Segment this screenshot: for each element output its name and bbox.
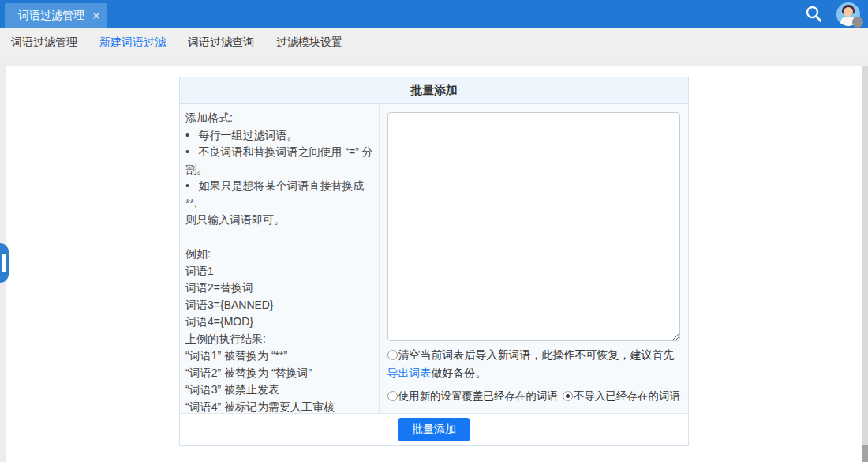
skip-existing-radio[interactable] <box>563 391 573 401</box>
scrollbar-thumb[interactable] <box>862 445 868 462</box>
clear-import-option-row: 清空当前词表后导入新词语，此操作不可恢复，建议首先导出词表做好备份。 <box>387 346 681 382</box>
panel-title: 批量添加 <box>180 77 688 104</box>
skip-existing-label: 不导入已经存在的词语 <box>574 390 680 402</box>
nav-item-new-word-filter[interactable]: 新建词语过滤 <box>99 36 166 50</box>
overwrite-existing-radio[interactable] <box>387 391 398 401</box>
overwrite-existing-label: 使用新的设置覆盖已经存在的词语 <box>398 390 559 402</box>
nav-item-word-filter-query[interactable]: 词语过滤查询 <box>188 36 254 50</box>
export-wordlist-link[interactable]: 导出词表 <box>387 366 432 379</box>
clear-import-label-after: 做好备份。 <box>432 366 487 379</box>
sidebar-drawer-handle[interactable] <box>0 243 9 283</box>
tab-label: 词语过滤管理 <box>18 9 88 23</box>
panel-footer: 批量添加 <box>180 413 688 445</box>
batch-add-form: 清空当前词表后导入新词语，此操作不可恢复，建议首先导出词表做好备份。 使用新的设… <box>379 104 689 413</box>
clear-import-label-before: 清空当前词表后导入新词语，此操作不可恢复，建议首先 <box>398 348 675 361</box>
avatar-status-badge <box>852 17 863 28</box>
search-icon[interactable] <box>803 4 824 24</box>
panel-body: 添加格式: • 每行一组过滤词语。 • 不良词语和替换词语之间使用 “=” 分割… <box>180 104 688 413</box>
nav-item-word-filter-management[interactable]: 词语过滤管理 <box>11 36 77 50</box>
topbar-actions <box>803 0 860 28</box>
batch-words-textarea[interactable] <box>387 112 681 341</box>
duplicate-handling-option-row: 使用新的设置覆盖已经存在的词语不导入已经存在的词语 <box>387 387 681 405</box>
top-bar: 词语过滤管理 × <box>0 0 868 28</box>
nav-item-filter-module-settings[interactable]: 过滤模块设置 <box>276 36 342 50</box>
user-avatar[interactable] <box>836 2 860 26</box>
format-instructions: 添加格式: • 每行一组过滤词语。 • 不良词语和替换词语之间使用 “=” 分割… <box>180 104 379 413</box>
drawer-handle-grip <box>2 254 6 272</box>
tab-word-filter-management[interactable]: 词语过滤管理 × <box>5 3 107 28</box>
secondary-nav: 词语过滤管理 新建词语过滤 词语过滤查询 过滤模块设置 <box>0 28 868 57</box>
batch-add-button[interactable]: 批量添加 <box>398 418 470 441</box>
clear-import-radio[interactable] <box>387 350 398 360</box>
close-icon[interactable]: × <box>93 10 99 21</box>
vertical-scrollbar[interactable] <box>862 66 868 462</box>
batch-add-panel: 批量添加 添加格式: • 每行一组过滤词语。 • 不良词语和替换词语之间使用 “… <box>179 77 689 446</box>
